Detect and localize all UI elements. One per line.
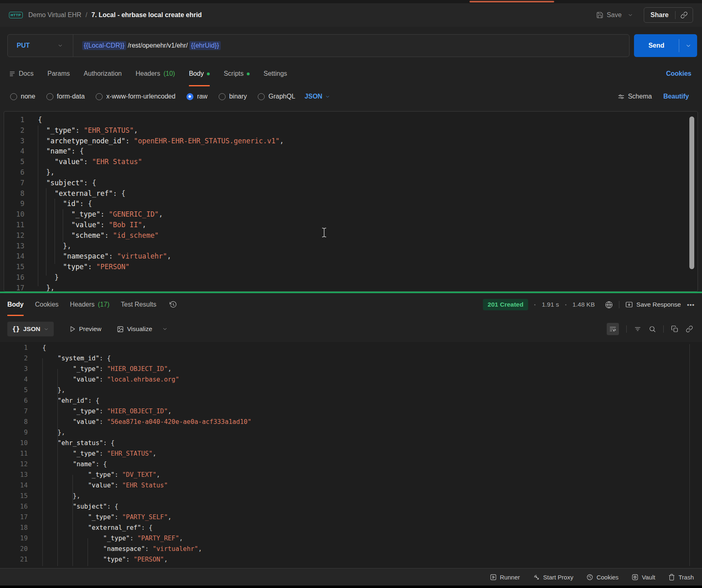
code-line: 6 }, (4, 167, 698, 178)
http-badge-icon: HTTP (9, 12, 23, 18)
response-toolbar: {} JSON Preview Visualize (0, 316, 702, 342)
request-tab-scripts[interactable]: Scripts (224, 61, 250, 86)
code-text: "system_id": { (42, 353, 111, 364)
code-line: 8 "external_ref": { (4, 189, 698, 199)
line-number: 5 (0, 385, 28, 395)
response-tab-headers[interactable]: Headers(17) (70, 293, 110, 316)
save-response-button[interactable]: Save Response (625, 301, 681, 308)
indent-guide (55, 199, 55, 264)
language-label: JSON (305, 93, 322, 100)
search-button[interactable] (649, 325, 656, 333)
history-button[interactable] (169, 293, 177, 316)
share-button[interactable]: Share (644, 11, 675, 19)
code-line: 4 "value": "local.ehrbase.org" (0, 374, 702, 385)
network-info-button[interactable] (605, 301, 613, 309)
more-options-button[interactable]: ••• (687, 301, 695, 308)
code-text: { (42, 342, 46, 353)
body-mode-x-www-form-urlencoded[interactable]: x-www-form-urlencoded (96, 93, 176, 100)
filter-button[interactable] (634, 325, 641, 333)
vault-label: Vault (642, 574, 655, 581)
body-mode-binary[interactable]: binary (219, 93, 247, 100)
code-line: 12 "scheme": "id_scheme" (4, 230, 698, 241)
unsaved-dot (207, 72, 210, 75)
request-tab-body[interactable]: Body (189, 61, 210, 86)
image-icon (117, 326, 124, 333)
cookies-link[interactable]: Cookies (666, 61, 691, 86)
request-tab-settings[interactable]: Settings (263, 61, 287, 86)
copy-link-button[interactable] (676, 11, 693, 19)
code-line: 19 "_type": "PARTY_REF", (0, 533, 702, 544)
history-icon (169, 301, 177, 309)
response-size: 1.48 KB (573, 301, 595, 308)
footer-bar: Runner Start Proxy Cookies Vault Trash (0, 568, 702, 586)
request-tab-headers[interactable]: Headers(10) (136, 61, 175, 86)
code-line: 1{ (0, 342, 702, 353)
link-button[interactable] (686, 325, 693, 333)
code-line: 6 "ehr_id": { (0, 395, 702, 406)
url-input[interactable]: {{Local-CDR}} /rest/openehr/v1/ehr/ {{eh… (73, 41, 221, 50)
breadcrumb-collection[interactable]: Demo Virtual EHR (29, 11, 81, 19)
vault-button[interactable]: Vault (632, 574, 655, 581)
preview-button[interactable]: Preview (69, 325, 101, 333)
request-tab-params[interactable]: Params (47, 61, 70, 86)
breadcrumb-separator: / (86, 11, 87, 19)
radio-icon (219, 93, 226, 100)
indent-guide (46, 188, 46, 276)
line-number: 20 (0, 544, 28, 554)
send-options-button[interactable] (679, 43, 697, 49)
format-label: JSON (23, 325, 40, 333)
body-mode-raw[interactable]: raw (186, 93, 208, 100)
request-body-editor[interactable]: 1{2 "_type": "EHR_STATUS",3 "archetype_n… (4, 111, 698, 292)
line-number: 17 (4, 283, 24, 292)
line-number: 7 (4, 178, 24, 189)
cookies-label: Cookies (597, 574, 619, 581)
body-mode-form-data[interactable]: form-data (46, 93, 85, 100)
visualize-chevron-icon[interactable] (162, 326, 168, 332)
code-line: 15 }, (0, 491, 702, 501)
code-line: 4 "name": { (4, 146, 698, 157)
response-body-editor[interactable]: 1{2 "system_id": {3 "_type": "HIER_OBJEC… (0, 342, 702, 568)
beautify-button[interactable]: Beautify (663, 93, 689, 100)
code-text: }, (42, 491, 80, 501)
body-mode-none[interactable]: none (10, 93, 35, 100)
response-tab-cookies[interactable]: Cookies (35, 293, 59, 316)
body-mode-row: noneform-datax-www-form-urlencodedrawbin… (0, 86, 702, 107)
response-tab-body[interactable]: Body (7, 293, 24, 316)
send-button[interactable]: Send (634, 34, 697, 57)
link-icon (680, 11, 688, 19)
start-proxy-button[interactable]: Start Proxy (533, 574, 573, 581)
request-tab-authorization[interactable]: Authorization (84, 61, 122, 86)
code-text: "_type": "HIER_OBJECT_ID", (42, 364, 171, 374)
request-editor-scrollbar[interactable] (689, 116, 694, 269)
wrap-text-button[interactable] (607, 323, 619, 335)
request-tab-docs[interactable]: Docs (9, 61, 33, 86)
line-number: 17 (0, 512, 28, 522)
line-number: 16 (0, 501, 28, 512)
response-tab-test-results[interactable]: Test Results (121, 293, 156, 316)
code-text: "type": "PERSON" (38, 262, 129, 272)
code-text: }, (42, 385, 65, 395)
code-text: "value": "local.ehrbase.org" (42, 374, 179, 385)
send-label: Send (634, 42, 679, 49)
cookies-button[interactable]: Cookies (586, 574, 619, 581)
body-mode-GraphQL[interactable]: GraphQL (258, 93, 295, 100)
runner-button[interactable]: Runner (490, 574, 520, 581)
cookie-icon (586, 574, 593, 581)
code-text: "ehr_status": { (42, 438, 114, 448)
tab-label: Scripts (224, 70, 244, 77)
save-button[interactable]: Save (596, 11, 621, 19)
trash-button[interactable]: Trash (668, 574, 694, 581)
schema-button[interactable]: Schema (618, 93, 652, 100)
copy-button[interactable] (671, 325, 678, 333)
save-options-chevron-icon[interactable] (627, 12, 633, 18)
code-text: "namespace": "virtualehr", (42, 544, 202, 554)
language-dropdown[interactable]: JSON (305, 93, 330, 100)
visualize-button[interactable]: Visualize (117, 325, 152, 333)
meta-separator-dot (534, 304, 535, 305)
code-line: 10 "_type": "GENERIC_ID", (4, 209, 698, 220)
indent-guide (42, 358, 43, 566)
code-line: 1{ (4, 115, 698, 125)
response-format-dropdown[interactable]: {} JSON (7, 322, 54, 336)
method-selector[interactable]: PUT (8, 42, 73, 49)
radio-icon (258, 93, 265, 100)
